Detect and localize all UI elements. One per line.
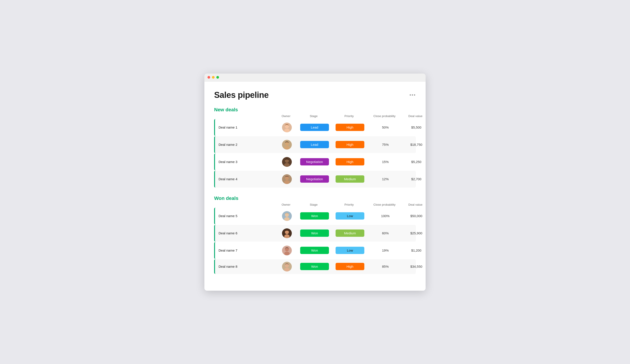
more-options-button[interactable]: ••• bbox=[410, 92, 416, 98]
priority-cell: High bbox=[332, 141, 368, 148]
deal-row-8: Deal name 8WonHigh85%$34,550🇸🇬+65 6789 8… bbox=[214, 259, 416, 274]
stage-badge: Won bbox=[300, 247, 329, 254]
deal-name: Deal name 4 bbox=[215, 177, 277, 181]
priority-cell: Low bbox=[332, 247, 368, 254]
deal-name: Deal name 3 bbox=[215, 160, 277, 164]
col-header-empty bbox=[214, 203, 276, 206]
deal-name: Deal name 6 bbox=[215, 231, 277, 235]
priority-cell: High bbox=[332, 158, 368, 166]
stage-badge: Won bbox=[300, 229, 329, 237]
deal-value: $2,700 bbox=[403, 177, 426, 181]
deal-value: $5,500 bbox=[403, 126, 426, 129]
priority-badge: High bbox=[336, 141, 364, 148]
avatar bbox=[282, 123, 292, 132]
deal-name: Deal name 1 bbox=[215, 126, 277, 129]
table-header: OwnerStagePriorityClose probabilityDeal … bbox=[214, 114, 416, 119]
stage-cell: Lead bbox=[297, 141, 332, 148]
owner-avatar-cell bbox=[277, 228, 297, 238]
deal-row-4: Deal name 4NegotiationMedium12%$2,700🇺🇸+… bbox=[214, 171, 416, 187]
deal-value: $5,250 bbox=[403, 160, 426, 164]
avatar bbox=[282, 246, 292, 255]
priority-cell: Medium bbox=[332, 229, 368, 237]
close-probability: 50% bbox=[368, 126, 403, 129]
priority-badge: High bbox=[336, 263, 364, 270]
deal-name: Deal name 2 bbox=[215, 143, 277, 147]
stage-cell: Lead bbox=[297, 124, 332, 131]
app-window: Sales pipeline ••• New dealsOwnerStagePr… bbox=[204, 74, 426, 291]
priority-badge: Medium bbox=[336, 175, 364, 183]
stage-badge: Negotiation bbox=[300, 175, 329, 183]
deal-row-1: Deal name 1LeadHigh50%$5,500🇹🇴+39 331 23… bbox=[214, 119, 416, 136]
owner-avatar-cell bbox=[277, 246, 297, 255]
owner-avatar-cell bbox=[277, 123, 297, 132]
deal-row-7: Deal name 7WonLow19%$1,200🇺🇸+1 203 445 4… bbox=[214, 242, 416, 259]
stage-cell: Won bbox=[297, 263, 332, 270]
stage-cell: Won bbox=[297, 247, 332, 254]
col-header-empty bbox=[214, 114, 276, 118]
close-button[interactable] bbox=[208, 76, 210, 79]
col-header-deal_value: Deal value bbox=[402, 203, 426, 206]
priority-badge: High bbox=[336, 158, 364, 166]
close-probability: 75% bbox=[368, 143, 403, 147]
priority-cell: Medium bbox=[332, 175, 368, 183]
section-won-deals: Won dealsOwnerStagePriorityClose probabi… bbox=[214, 195, 416, 274]
deal-value: $18,750 bbox=[403, 143, 426, 147]
col-header-owner: Owner bbox=[276, 203, 296, 206]
stage-cell: Won bbox=[297, 212, 332, 219]
sections-container: New dealsOwnerStagePriorityClose probabi… bbox=[214, 107, 416, 274]
priority-cell: High bbox=[332, 124, 368, 131]
close-probability: 19% bbox=[368, 248, 403, 252]
close-probability: 100% bbox=[368, 214, 403, 218]
section-new-deals: New dealsOwnerStagePriorityClose probabi… bbox=[214, 107, 416, 187]
section-title-won-deals: Won deals bbox=[214, 195, 416, 201]
col-header-priority: Priority bbox=[331, 203, 367, 206]
col-header-priority: Priority bbox=[331, 114, 367, 118]
section-header-new-deals: New deals bbox=[214, 107, 416, 113]
minimize-button[interactable] bbox=[212, 76, 214, 79]
priority-badge: Low bbox=[336, 247, 364, 254]
avatar bbox=[282, 228, 292, 238]
priority-cell: High bbox=[332, 263, 368, 270]
priority-badge: Low bbox=[336, 212, 364, 219]
owner-avatar-cell bbox=[277, 174, 297, 184]
col-header-close_prob: Close probability bbox=[367, 114, 402, 118]
stage-badge: Lead bbox=[300, 141, 329, 148]
col-header-owner: Owner bbox=[276, 114, 296, 118]
stage-badge: Won bbox=[300, 212, 329, 219]
close-probability: 15% bbox=[368, 160, 403, 164]
col-header-deal_value: Deal value bbox=[402, 114, 426, 118]
deal-value: $25,900 bbox=[403, 231, 426, 235]
stage-badge: Lead bbox=[300, 124, 329, 131]
avatar bbox=[282, 174, 292, 184]
stage-badge: Won bbox=[300, 263, 329, 270]
deal-value: $34,550 bbox=[403, 265, 426, 268]
maximize-button[interactable] bbox=[216, 76, 219, 79]
col-header-stage: Stage bbox=[296, 203, 331, 206]
priority-cell: Low bbox=[332, 212, 368, 219]
stage-cell: Negotiation bbox=[297, 158, 332, 166]
main-content: Sales pipeline ••• New dealsOwnerStagePr… bbox=[204, 81, 426, 291]
deal-row-5: Deal name 5WonLow100%$50,000🇷🇺+39 331 23… bbox=[214, 208, 416, 224]
deal-value: $1,200 bbox=[403, 248, 426, 252]
table-header: OwnerStagePriorityClose probabilityDeal … bbox=[214, 203, 416, 208]
deal-name: Deal name 8 bbox=[215, 265, 277, 268]
owner-avatar-cell bbox=[277, 140, 297, 150]
deal-row-6: Deal name 6WonMedium60%$25,900🇨🇭+44 331 … bbox=[214, 225, 416, 242]
section-header-won-deals: Won deals bbox=[214, 195, 416, 201]
page-title: Sales pipeline bbox=[214, 90, 268, 100]
col-header-stage: Stage bbox=[296, 114, 331, 118]
stage-cell: Negotiation bbox=[297, 175, 332, 183]
priority-badge: High bbox=[336, 124, 364, 131]
priority-badge: Medium bbox=[336, 229, 364, 237]
deal-row-3: Deal name 3NegotiationHigh15%$5,250🇺🇸+1 … bbox=[214, 154, 416, 170]
titlebar bbox=[204, 74, 426, 81]
section-title-new-deals: New deals bbox=[214, 107, 416, 113]
avatar bbox=[282, 262, 292, 271]
deal-name: Deal name 5 bbox=[215, 214, 277, 218]
col-header-close_prob: Close probability bbox=[367, 203, 402, 206]
owner-avatar-cell bbox=[277, 157, 297, 167]
owner-avatar-cell bbox=[277, 262, 297, 271]
avatar bbox=[282, 211, 292, 221]
traffic-lights bbox=[208, 76, 219, 79]
page-header: Sales pipeline ••• bbox=[214, 90, 416, 100]
